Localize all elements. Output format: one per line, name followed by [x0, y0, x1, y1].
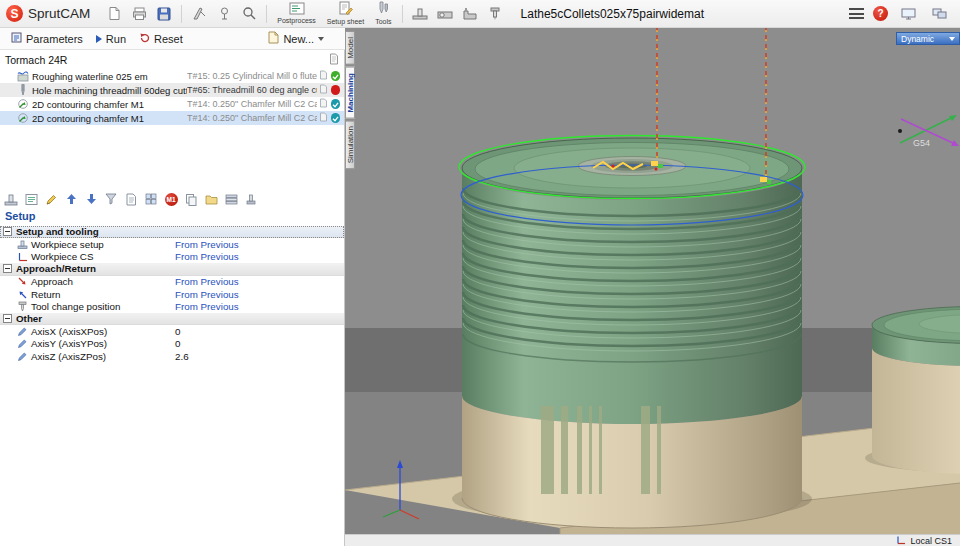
folder-icon[interactable]: [203, 191, 219, 207]
operation-tool-label: T#14: 0.250" Chamfer Mill C2 Carbide: [187, 99, 317, 109]
new-operation-dropdown[interactable]: New...: [263, 29, 328, 48]
setup-tree: Setup and tooling Workpiece setup From P…: [0, 226, 344, 362]
tree-item-axis-x[interactable]: AxisX (AxisXPos) 0: [0, 325, 344, 337]
print-icon[interactable]: [128, 2, 150, 26]
return-icon: [16, 288, 28, 300]
m1-marker-icon[interactable]: M1: [163, 191, 179, 207]
edit-parameters-icon[interactable]: [43, 191, 59, 207]
probe-icon[interactable]: [213, 2, 235, 26]
help-icon[interactable]: ?: [873, 6, 888, 21]
operation-row-hole-threadmill[interactable]: Hole machining threadmill 60deg cutte...…: [0, 83, 344, 97]
tree-item-workpiece-cs[interactable]: Workpiece CS From Previous: [0, 251, 344, 263]
tools-button[interactable]: Tools: [371, 0, 395, 27]
tree-item-tool-change-position[interactable]: Tool change position From Previous: [0, 300, 344, 312]
measure-icon[interactable]: [188, 2, 210, 26]
status-ok-icon: [331, 71, 341, 81]
machine-table-icon[interactable]: [409, 2, 431, 26]
operations-list: Roughing waterline 025 em T#15: 0.25 Cyl…: [0, 69, 344, 125]
item-label: AxisX (AxisXPos): [31, 326, 107, 337]
tab-model[interactable]: Model: [345, 31, 355, 65]
local-cs-label[interactable]: Local CS1: [910, 536, 952, 546]
operation-row-roughing-waterline[interactable]: Roughing waterline 025 em T#15: 0.25 Cyl…: [0, 69, 344, 83]
postprocess-button[interactable]: Postprocess: [273, 0, 320, 27]
parameters-label: Parameters: [26, 33, 83, 45]
item-value[interactable]: 0: [175, 326, 180, 337]
main-part[interactable]: [462, 138, 802, 528]
tree-item-approach[interactable]: Approach From Previous: [0, 276, 344, 288]
operation-flag-icon: [319, 112, 328, 124]
display-icon[interactable]: [928, 2, 950, 26]
move-up-icon[interactable]: [63, 191, 79, 207]
operation-name: 2D contouring chamfer M1: [32, 99, 187, 110]
contour-operation-icon: [16, 112, 29, 124]
item-value[interactable]: From Previous: [175, 276, 239, 287]
report-icon[interactable]: [123, 191, 139, 207]
move-down-icon[interactable]: [83, 191, 99, 207]
reset-button[interactable]: Reset: [133, 30, 189, 47]
tab-simulation[interactable]: Simulation: [345, 120, 355, 169]
toolbar-separator: [266, 5, 267, 23]
machine-doc-icon[interactable]: [329, 53, 339, 67]
library-icon[interactable]: [223, 191, 239, 207]
view-mode-dropdown[interactable]: Dynamic: [896, 32, 960, 45]
g54-cs-label: G54: [913, 138, 930, 148]
status-done-icon: [331, 99, 341, 109]
run-label: Run: [106, 33, 126, 45]
tree-group-setup-and-tooling[interactable]: Setup and tooling: [0, 226, 344, 238]
tree-item-axis-y[interactable]: AxisY (AxisYPos) 0: [0, 338, 344, 350]
filter-icon[interactable]: [103, 191, 119, 207]
right-part[interactable]: [872, 307, 960, 475]
grid-icon[interactable]: [143, 191, 159, 207]
tree-group-approach-return[interactable]: Approach/Return: [0, 263, 344, 275]
remote-support-icon[interactable]: [897, 2, 919, 26]
item-label: Return: [31, 289, 60, 300]
operation-row-2d-contouring-1[interactable]: 2D contouring chamfer M1 T#14: 0.250" Ch…: [0, 97, 344, 111]
tree-item-return[interactable]: Return From Previous: [0, 288, 344, 300]
item-value[interactable]: 2.6: [175, 351, 189, 362]
approach-icon: [16, 276, 28, 288]
stamp-icon[interactable]: [243, 191, 259, 207]
item-value[interactable]: From Previous: [175, 251, 239, 262]
save-icon[interactable]: [153, 2, 175, 26]
collapse-icon[interactable]: [3, 227, 12, 236]
setup-sheet-label: Setup sheet: [327, 18, 364, 26]
tool-holder-icon[interactable]: [484, 2, 506, 26]
item-value[interactable]: From Previous: [175, 301, 239, 312]
local-cs-icon: [896, 535, 906, 546]
setup-section-title: Setup: [5, 210, 36, 222]
operation-tool-label: T#65: Threadmill 60 deg angle cutter: [187, 85, 317, 95]
tree-group-other[interactable]: Other: [0, 313, 344, 325]
search-icon[interactable]: [238, 2, 260, 26]
parameters-button[interactable]: Parameters: [5, 30, 89, 47]
parameters-icon: [11, 32, 22, 45]
sprutcam-window: S SprutCAM Postprocess Setup sheet Tools…: [0, 0, 960, 546]
item-label: Tool change position: [31, 301, 120, 312]
machine-root-row[interactable]: Tormach 24R: [0, 52, 344, 67]
copy-icon[interactable]: [183, 191, 199, 207]
item-value[interactable]: From Previous: [175, 289, 239, 300]
mill-machine-icon[interactable]: [459, 2, 481, 26]
run-button[interactable]: Run: [90, 31, 132, 47]
viewport-3d[interactable]: Model Machining Simulation Dynamic G54: [345, 28, 960, 534]
new-document-icon[interactable]: [103, 2, 125, 26]
hamburger-menu-icon[interactable]: [849, 8, 864, 19]
item-value[interactable]: From Previous: [175, 239, 239, 250]
operation-row-2d-contouring-2[interactable]: 2D contouring chamfer M1 T#14: 0.250" Ch…: [0, 111, 344, 125]
tree-item-axis-z[interactable]: AxisZ (AxisZPos) 2.6: [0, 350, 344, 362]
collapse-icon[interactable]: [3, 314, 12, 323]
machine-icon[interactable]: [3, 191, 19, 207]
tree-item-workpiece-setup[interactable]: Workpiece setup From Previous: [0, 238, 344, 250]
status-error-icon: [331, 85, 341, 95]
lathe-machine-icon[interactable]: [434, 2, 456, 26]
operations-menubar: Parameters Run Reset New...: [0, 28, 345, 50]
tab-machining[interactable]: Machining: [345, 67, 355, 119]
gcode-icon[interactable]: [23, 191, 39, 207]
item-value[interactable]: 0: [175, 338, 180, 349]
waterline-operation-icon: [16, 70, 29, 82]
status-done-icon: [331, 113, 341, 123]
operation-name: Hole machining threadmill 60deg cutte...: [32, 85, 187, 96]
collapse-icon[interactable]: [3, 264, 12, 273]
group-label: Setup and tooling: [16, 226, 99, 237]
3d-scene-canvas[interactable]: [345, 28, 960, 534]
setup-sheet-button[interactable]: Setup sheet: [323, 0, 368, 27]
